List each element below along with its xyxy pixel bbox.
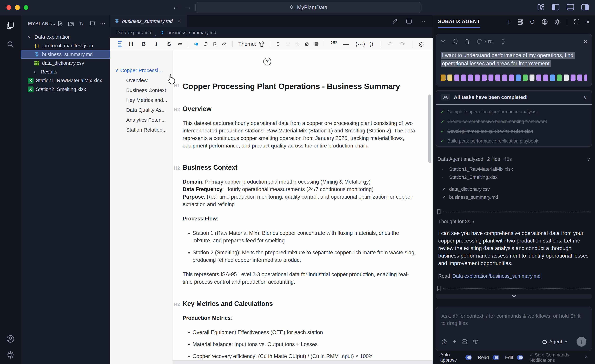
- toggle-bottom-panel-icon[interactable]: [567, 4, 574, 11]
- thought-row[interactable]: Thought for 3s ›: [436, 219, 592, 224]
- redo-icon[interactable]: ↷: [399, 41, 406, 47]
- minimize-window-button[interactable]: [15, 5, 20, 10]
- close-window-button[interactable]: [7, 5, 11, 10]
- copy-export-icon[interactable]: [204, 41, 207, 47]
- context-chip[interactable]: [441, 75, 446, 81]
- code-block-icon[interactable]: ⟨⋯⟩: [355, 41, 362, 47]
- trash-icon[interactable]: [465, 39, 470, 44]
- generated-file-row[interactable]: ✓business_summary.md: [438, 194, 590, 202]
- context-chip[interactable]: [516, 75, 521, 81]
- mcp-server-icon[interactable]: [462, 339, 467, 344]
- outline-item-overview[interactable]: Overview: [110, 75, 172, 85]
- document-pane[interactable]: ? H1Copper Processing Plant Operations -…: [173, 50, 432, 364]
- link-icon[interactable]: [178, 42, 182, 47]
- split-editor-icon[interactable]: [406, 18, 412, 24]
- agent-settings-gear-icon[interactable]: [554, 19, 560, 25]
- new-folder-icon[interactable]: [68, 21, 74, 27]
- cloud-upload-icon[interactable]: [222, 41, 227, 47]
- user-prompt-text[interactable]: I want to understand performance of my o…: [441, 51, 587, 68]
- context-chip[interactable]: [536, 75, 541, 81]
- forward-icon[interactable]: →: [184, 3, 191, 11]
- toggle-right-panel-icon[interactable]: [581, 4, 589, 11]
- analyzed-file-row[interactable]: ·Station2_Smelting.xlsx: [438, 175, 590, 182]
- blockquote-icon[interactable]: ””: [330, 42, 337, 46]
- insert-image-icon[interactable]: [277, 41, 280, 47]
- collapse-to-center-icon[interactable]: [500, 39, 506, 44]
- breadcrumb-file[interactable]: business_summary.md: [167, 30, 216, 35]
- read-toggle[interactable]: [493, 355, 499, 360]
- back-icon[interactable]: ←: [172, 3, 179, 11]
- help-icon[interactable]: ?: [263, 58, 271, 65]
- outline-item-copper-processi-[interactable]: ∨Copper Processi...: [110, 65, 172, 75]
- refresh-icon[interactable]: ↻: [79, 20, 84, 27]
- chat-input[interactable]: Ask, @ for context, / for commands & wor…: [436, 307, 592, 351]
- context-chip[interactable]: [502, 75, 507, 81]
- agent-mode-select[interactable]: Agent: [542, 339, 568, 344]
- editor-more-icon[interactable]: ⋯: [420, 18, 426, 25]
- history-icon[interactable]: ↺: [530, 18, 535, 26]
- outline-item-station-relation-[interactable]: Station Relation...: [110, 125, 172, 135]
- rules-scales-icon[interactable]: [473, 339, 478, 344]
- document-scrollbar[interactable]: [428, 95, 431, 163]
- edit-pencil-icon[interactable]: [392, 18, 398, 24]
- context-chip[interactable]: [495, 75, 500, 81]
- context-chip[interactable]: [550, 75, 555, 81]
- account-circle-icon[interactable]: [542, 19, 548, 25]
- explorer-icon[interactable]: [7, 21, 14, 29]
- context-chip[interactable]: [571, 75, 575, 81]
- outline-item-business-context[interactable]: Business Context: [110, 85, 172, 95]
- context-chip[interactable]: [584, 75, 587, 81]
- tree-item-business-summary-md[interactable]: business_summary.md: [21, 50, 110, 59]
- agent-panel-title[interactable]: SUBATIX AGENT: [438, 19, 480, 28]
- new-chat-icon[interactable]: +: [507, 18, 511, 26]
- account-icon[interactable]: [7, 335, 14, 343]
- copy-icon[interactable]: [453, 39, 458, 44]
- outline-item-key-metrics-and-[interactable]: Key Metrics and...: [110, 95, 172, 105]
- numbered-list-icon[interactable]: 123: [296, 41, 299, 47]
- task-list-header[interactable]: 8/8 All tasks have been completed! ∨: [436, 91, 592, 104]
- tree-item-data-dictionary-csv[interactable]: data_dictionary.csv: [21, 59, 110, 68]
- settings-gear-icon[interactable]: [7, 351, 14, 359]
- context-chip[interactable]: [543, 75, 548, 81]
- layout-grid-icon[interactable]: [538, 4, 545, 11]
- context-chip[interactable]: [468, 75, 473, 81]
- tree-item--protocol-manifest-json[interactable]: {}.protocol_manifest.json: [21, 41, 110, 50]
- italic-icon[interactable]: I: [153, 41, 160, 47]
- tree-item-station2-smelting-xlsx[interactable]: XStation2_Smelting.xlsx: [21, 85, 110, 94]
- tree-item-station1-rawmaterialmix-xlsx[interactable]: XStation1_RawMaterialMix.xlsx: [21, 76, 110, 85]
- theme-shirt-icon[interactable]: [259, 41, 265, 47]
- breadcrumb-folder[interactable]: Data exploration: [116, 30, 151, 35]
- inline-code-icon[interactable]: ⟨⟩: [368, 41, 375, 47]
- outline-item-analytics-poten-[interactable]: Analytics Poten...: [110, 115, 172, 125]
- tree-item-data-exploration[interactable]: ∨Data exploration: [21, 33, 110, 41]
- toggle-left-panel-icon[interactable]: [552, 4, 560, 11]
- context-chip[interactable]: [461, 75, 466, 81]
- heading-icon[interactable]: H: [128, 41, 135, 47]
- server-icon[interactable]: [517, 19, 523, 25]
- send-button[interactable]: ↑: [577, 337, 587, 347]
- outline-item-data-quality-as-[interactable]: Data Quality As...: [110, 105, 172, 115]
- context-chip[interactable]: [489, 75, 493, 81]
- bold-icon[interactable]: B: [140, 41, 147, 47]
- collapse-folders-icon[interactable]: [89, 21, 95, 27]
- auto-approve-toggle[interactable]: [465, 355, 472, 360]
- horizontal-rule-icon[interactable]: —: [343, 41, 349, 47]
- collapse-chevron-icon[interactable]: [441, 40, 445, 43]
- close-tab-icon[interactable]: ×: [177, 18, 181, 24]
- undo-icon[interactable]: ↶: [387, 41, 393, 47]
- search-sidebar-icon[interactable]: [7, 41, 14, 48]
- analyzed-file-row[interactable]: ·Station1_RawMaterialMix.xlsx: [438, 167, 590, 175]
- attach-plus-icon[interactable]: +: [453, 338, 456, 345]
- context-chip[interactable]: [530, 75, 534, 81]
- fullscreen-icon[interactable]: [574, 19, 580, 25]
- dismiss-prompt-icon[interactable]: ×: [584, 38, 587, 45]
- bookmark-icon[interactable]: [437, 209, 441, 214]
- new-file-icon[interactable]: [57, 21, 63, 27]
- mention-icon[interactable]: @: [441, 338, 447, 345]
- close-panel-icon[interactable]: ×: [586, 18, 590, 26]
- context-chip[interactable]: [564, 75, 569, 81]
- context-chip[interactable]: [447, 75, 452, 81]
- context-chip[interactable]: [454, 75, 459, 81]
- context-chip[interactable]: [557, 75, 562, 81]
- context-chip[interactable]: [523, 75, 528, 81]
